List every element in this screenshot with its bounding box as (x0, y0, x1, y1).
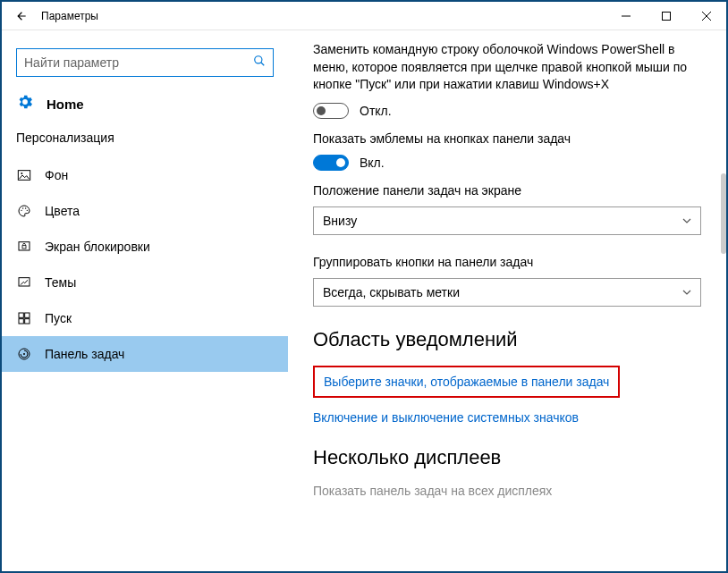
sidebar-item-label: Фон (45, 168, 68, 182)
sidebar-item-taskbar[interactable]: Панель задач (2, 336, 288, 372)
search-box[interactable] (16, 48, 274, 77)
back-button[interactable] (9, 4, 34, 29)
svg-point-10 (25, 207, 26, 208)
minimize-button[interactable] (605, 2, 646, 30)
notification-area-heading: Область уведомлений (313, 328, 701, 351)
picture-icon (16, 168, 32, 182)
search-icon (253, 55, 266, 71)
sidebar-item-label: Пуск (45, 311, 72, 325)
group-label: Группировать кнопки на панели задач (313, 255, 701, 269)
close-button[interactable] (686, 2, 726, 30)
dropdown-value: Внизу (323, 214, 357, 228)
chevron-down-icon (682, 285, 691, 299)
scrollbar[interactable] (721, 173, 726, 254)
svg-point-7 (21, 173, 22, 174)
toggle-state-label: Откл. (360, 104, 392, 118)
svg-point-4 (255, 56, 262, 63)
powershell-toggle[interactable] (313, 103, 349, 119)
svg-point-8 (21, 210, 21, 211)
start-icon (16, 311, 32, 325)
badges-label: Показать эмблемы на кнопках панели задач (313, 131, 701, 146)
powershell-description: Заменить командную строку оболочкой Wind… (313, 41, 701, 94)
toggle-state-label: Вкл. (360, 156, 385, 170)
taskbar-icon (16, 347, 32, 361)
sidebar-item-background[interactable]: Фон (2, 157, 288, 193)
svg-line-5 (261, 63, 265, 66)
badges-toggle[interactable] (313, 155, 349, 171)
maximize-icon (662, 12, 671, 21)
palette-icon (16, 204, 32, 218)
title-bar: Параметры (2, 2, 726, 30)
svg-point-19 (23, 353, 25, 355)
svg-rect-1 (662, 12, 670, 20)
position-label: Положение панели задач на экране (313, 183, 701, 198)
dropdown-value: Всегда, скрывать метки (323, 285, 460, 299)
home-nav[interactable]: Home (2, 93, 288, 114)
sidebar-item-label: Цвета (45, 204, 80, 218)
maximize-button[interactable] (646, 2, 686, 30)
gear-icon (16, 93, 34, 114)
sidebar-item-label: Темы (45, 275, 76, 290)
position-dropdown[interactable]: Внизу (313, 206, 701, 235)
sidebar: Home Персонализация Фон Цвета Экран блок… (2, 30, 288, 571)
sidebar-section-title: Персонализация (2, 131, 288, 157)
sidebar-item-start[interactable]: Пуск (2, 300, 288, 336)
sidebar-item-colors[interactable]: Цвета (2, 193, 288, 229)
group-dropdown[interactable]: Всегда, скрывать метки (313, 278, 701, 307)
content-pane: Заменить командную строку оболочкой Wind… (288, 30, 726, 571)
home-label: Home (47, 97, 84, 112)
multiple-displays-heading: Несколько дисплеев (313, 446, 701, 469)
svg-rect-18 (25, 319, 30, 324)
system-icons-link[interactable]: Включение и выключение системных значков (313, 410, 701, 425)
lock-icon (16, 240, 32, 254)
sidebar-item-label: Панель задач (45, 347, 124, 361)
svg-rect-16 (25, 313, 30, 317)
svg-rect-13 (22, 246, 26, 249)
svg-rect-17 (19, 319, 23, 324)
sidebar-item-themes[interactable]: Темы (2, 265, 288, 300)
svg-rect-15 (19, 313, 23, 317)
sidebar-item-lockscreen[interactable]: Экран блокировки (2, 229, 288, 265)
minimize-icon (622, 12, 631, 21)
arrow-left-icon (15, 10, 28, 22)
close-icon (702, 12, 711, 21)
svg-point-11 (27, 210, 28, 211)
select-icons-link[interactable]: Выберите значки, отображаемые в панели з… (313, 366, 620, 398)
sidebar-item-label: Экран блокировки (45, 240, 150, 254)
chevron-down-icon (682, 214, 691, 228)
brush-icon (16, 275, 32, 290)
search-input[interactable] (24, 55, 253, 70)
window-title: Параметры (41, 10, 98, 22)
svg-point-9 (22, 207, 23, 208)
show-on-all-displays-label: Показать панель задач на всех дисплеях (313, 484, 701, 498)
